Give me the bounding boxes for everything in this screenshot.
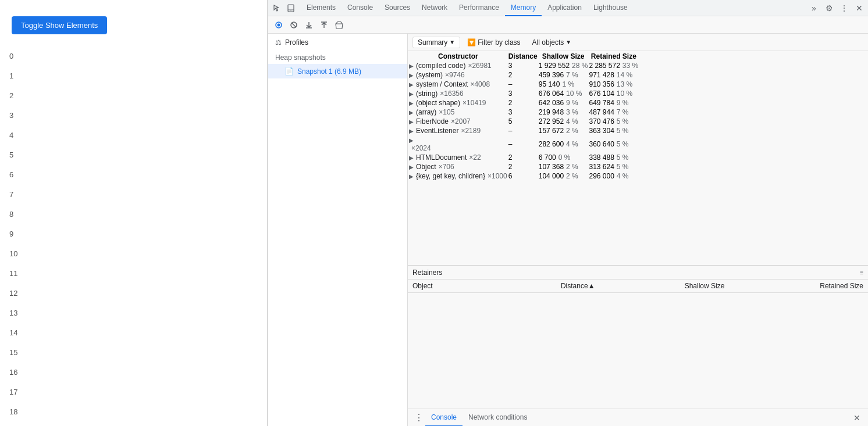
device-icon[interactable]: [284, 2, 297, 15]
constructor-cell-2: ▶system / Context×4008: [409, 80, 507, 88]
toggle-show-elements-button[interactable]: Toggle Show Elements: [12, 16, 107, 34]
col-constructor: Constructor: [409, 52, 507, 60]
clear-profiles-btn[interactable]: [287, 18, 301, 32]
devtools-panel: Elements Console Sources Network Perform…: [268, 0, 868, 426]
console-bar-close-icon[interactable]: ✕: [851, 411, 863, 424]
table-row[interactable]: ▶HTMLDocument×2226 7000 %338 4885 %: [409, 153, 638, 162]
all-objects-select[interactable]: All objects ▼: [528, 37, 577, 48]
console-bar: ⋮ Console Network conditions ✕: [408, 409, 868, 426]
tab-elements[interactable]: Elements: [301, 0, 341, 16]
table-row[interactable]: ▶(array)×1053219 9483 %487 9447 %: [409, 108, 638, 116]
line-number-10: 10: [9, 244, 267, 264]
table-row[interactable]: ▶system / Context×4008–95 1401 %910 3561…: [409, 80, 638, 88]
retained-size-cell: 363 3045 %: [589, 127, 638, 135]
shallow-size-cell: 219 9483 %: [539, 108, 588, 116]
retained-size-cell: 487 9447 %: [589, 108, 638, 116]
constructor-name: (string): [416, 90, 437, 98]
line-number-18: 18: [9, 402, 267, 422]
count-label: ×9746: [445, 71, 465, 79]
line-number-8: 8: [9, 205, 267, 224]
expand-arrow[interactable]: ▶: [409, 81, 416, 88]
console-bar-menu-icon[interactable]: ⋮: [412, 411, 425, 424]
filter-by-class-button[interactable]: 🔽 Filter by class: [463, 37, 525, 48]
expand-arrow[interactable]: ▶: [409, 155, 416, 161]
line-number-4: 4: [9, 126, 267, 145]
line-numbers: 0123456789101112131415161718: [0, 46, 267, 422]
tab-lighthouse[interactable]: Lighthouse: [588, 0, 634, 16]
tab-memory[interactable]: Memory: [505, 0, 542, 16]
count-label: ×706: [439, 163, 454, 171]
memory-sidebar: ⚖ Profiles Heap snapshots 📄 Snapshot 1 (…: [268, 34, 408, 426]
retainers-table: Object Distance▲ Shallow Size Retained S…: [408, 280, 868, 293]
ret-col-object: Object: [408, 280, 485, 293]
heap-split: Constructor Distance Shallow Size Retain…: [408, 51, 868, 409]
expand-arrow[interactable]: ▶: [409, 173, 416, 180]
table-row[interactable]: ▶Object×7062107 3682 %313 6245 %: [409, 163, 638, 171]
table-row[interactable]: ▶(object shape)×104192642 0369 %649 7849…: [409, 99, 638, 107]
expand-arrow[interactable]: ▶: [409, 72, 416, 78]
line-number-14: 14: [9, 323, 267, 343]
collect-garbage-btn[interactable]: [332, 18, 346, 32]
constructor-name: FiberNode: [416, 117, 449, 126]
tab-sources[interactable]: Sources: [379, 0, 416, 16]
snapshot-1-item[interactable]: 📄 Snapshot 1 (6.9 MB): [268, 64, 407, 78]
constructor-name: HTMLDocument: [416, 153, 467, 162]
filter-icon: 🔽: [467, 38, 476, 46]
more-tabs-icon[interactable]: »: [807, 2, 820, 15]
distance-cell: 2: [508, 163, 538, 171]
constructor-name: ×2024: [409, 144, 507, 152]
shallow-size-cell: 6 7000 %: [539, 153, 588, 162]
expand-arrow[interactable]: ▶: [409, 164, 416, 170]
tab-network[interactable]: Network: [416, 0, 453, 16]
count-label: ×4008: [470, 80, 490, 88]
retainers-scroll-icon: ≡: [860, 270, 863, 276]
expand-arrow[interactable]: ▶: [409, 100, 416, 106]
table-row[interactable]: ▶(system)×97462459 3967 %971 42814 %: [409, 71, 638, 79]
devtools-tab-bar: Elements Console Sources Network Perform…: [268, 0, 868, 16]
expand-arrow[interactable]: ▶: [409, 109, 416, 116]
table-row[interactable]: ▶{key, get key, children}×10006104 0002 …: [409, 172, 638, 180]
load-profile-btn[interactable]: [302, 18, 316, 32]
line-number-16: 16: [9, 363, 267, 382]
overflow-menu-icon[interactable]: ⋮: [838, 2, 851, 15]
line-number-7: 7: [9, 185, 267, 205]
distance-cell: 2: [508, 153, 538, 162]
console-tab-network-conditions[interactable]: Network conditions: [463, 409, 533, 427]
expand-arrow[interactable]: ▶: [409, 119, 416, 125]
table-row[interactable]: ▶(string)×163563676 06410 %676 10410 %: [409, 90, 638, 98]
constructor-cell-1: ▶(system)×9746: [409, 71, 507, 79]
retained-size-cell: 360 6405 %: [589, 136, 638, 152]
retained-size-cell: 296 0004 %: [589, 172, 638, 180]
table-row[interactable]: ▶EventListener×2189–157 6722 %363 3045 %: [409, 127, 638, 135]
close-devtools-icon[interactable]: ✕: [853, 2, 866, 15]
table-row[interactable]: ▶×2024–282 6004 %360 6405 %: [409, 136, 638, 152]
inspect-icon[interactable]: [271, 2, 283, 15]
line-number-12: 12: [9, 284, 267, 303]
summary-button[interactable]: Summary ▼: [412, 37, 460, 48]
expand-arrow[interactable]: ▶: [409, 63, 416, 69]
distance-cell: 2: [508, 71, 538, 79]
count-label: ×1000: [488, 172, 507, 180]
count-label: ×10419: [463, 99, 486, 107]
expand-arrow[interactable]: ▶: [409, 128, 416, 134]
table-row[interactable]: ▶(compiled code)×2698131 929 55228 %2 28…: [409, 62, 638, 70]
console-tab-console[interactable]: Console: [425, 409, 463, 427]
table-row[interactable]: ▶FiberNode×20075272 9524 %370 4765 %: [409, 117, 638, 126]
expand-arrow[interactable]: ▶: [409, 91, 416, 97]
record-heap-snapshot-btn[interactable]: [272, 18, 286, 32]
distance-cell: 3: [508, 90, 538, 98]
distance-cell: 3: [508, 62, 538, 70]
save-profile-btn[interactable]: [317, 18, 331, 32]
distance-cell: –: [508, 127, 538, 135]
shallow-size-cell: 95 1401 %: [539, 80, 588, 88]
tab-console[interactable]: Console: [341, 0, 379, 16]
settings-icon[interactable]: ⚙: [823, 2, 835, 15]
tab-application[interactable]: Application: [542, 0, 588, 16]
distance-cell: 6: [508, 172, 538, 180]
ret-col-shallow: Shallow Size: [600, 280, 730, 293]
shallow-size-cell: 676 06410 %: [539, 90, 588, 98]
constructor-name: (system): [416, 71, 443, 79]
tab-performance[interactable]: Performance: [453, 0, 505, 16]
distance-cell: –: [508, 80, 538, 88]
expand-arrow[interactable]: ▶: [409, 137, 416, 144]
